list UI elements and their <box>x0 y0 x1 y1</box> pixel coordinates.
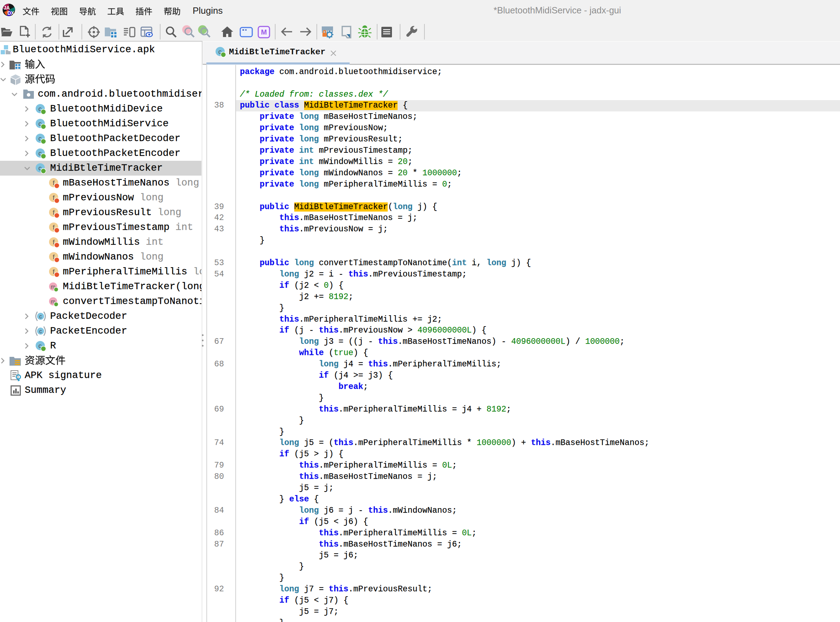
svg-text:c: c <box>39 328 42 334</box>
svg-text:JA: JA <box>3 5 10 11</box>
svg-text:c: c <box>39 314 42 319</box>
svg-text:M: M <box>261 28 267 36</box>
svg-text:DX: DX <box>8 10 14 16</box>
